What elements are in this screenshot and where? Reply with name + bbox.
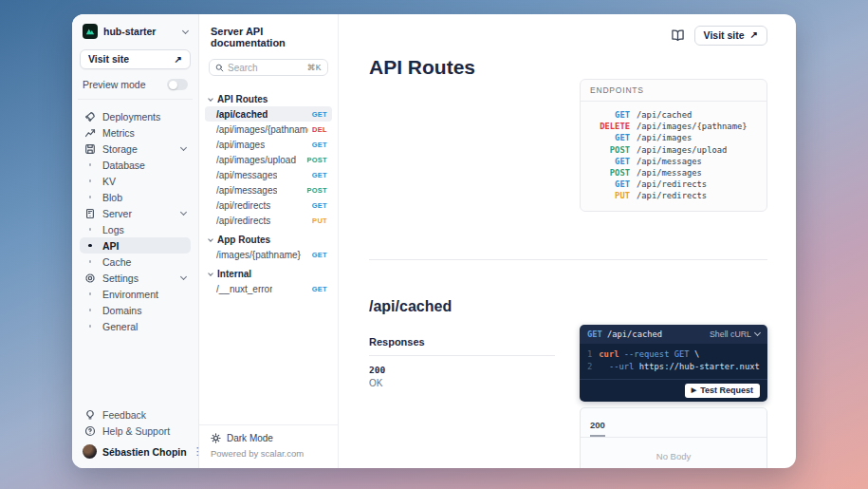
sun-icon — [211, 433, 221, 443]
question-circle-icon — [84, 425, 96, 437]
responses-label: Responses — [369, 336, 555, 356]
sidebar-item-database[interactable]: Database — [80, 157, 191, 173]
route-api-images-upload-post[interactable]: /api/images/upload POST — [205, 152, 332, 167]
section-label: App Routes — [217, 235, 270, 245]
request-path: /api/cached — [607, 329, 710, 339]
visit-site-label: Visit site — [704, 29, 745, 41]
search-icon — [215, 64, 224, 72]
sidebar-item-logs[interactable]: Logs — [80, 221, 191, 237]
help-support-button[interactable]: Help & Support — [80, 423, 191, 439]
sidebar-item-settings[interactable]: Settings — [80, 270, 191, 286]
bullet-icon — [84, 244, 96, 248]
sidebar: hub-starter Visit site ↗ Preview mode De… — [72, 14, 199, 468]
endpoint-row[interactable]: GET/api/cached — [590, 109, 757, 121]
route-api-messages-post[interactable]: /api/messages POST — [205, 182, 332, 197]
endpoint-row[interactable]: PUT/api/redirects — [590, 190, 757, 201]
method-badge: GET — [312, 171, 327, 179]
api-docs-panel: Server API documentation ⌘K API Routes /… — [199, 14, 339, 468]
sidebar-item-storage[interactable]: Storage — [80, 141, 191, 157]
code-snippet: 1curl --request GET \ 2 --url https://hu… — [580, 344, 767, 379]
endpoints-card-title: ENDPOINTS — [581, 80, 766, 102]
user-name: Sébastien Chopin — [102, 446, 187, 458]
visit-site-button[interactable]: Visit site ↗ — [80, 49, 191, 69]
docs-panel-title: Server API documentation — [199, 14, 338, 57]
feedback-button[interactable]: Feedback — [80, 406, 191, 423]
method-badge: GET — [312, 251, 327, 259]
sidebar-item-label: Deployments — [102, 111, 186, 122]
avatar — [83, 444, 97, 459]
response-status-text: OK — [369, 378, 555, 388]
user-profile[interactable]: Sébastien Chopin ⋮ — [80, 444, 191, 459]
bullet-icon — [84, 228, 96, 231]
powered-by-link[interactable]: Powered by scalar.com — [211, 448, 326, 459]
search-box[interactable]: ⌘K — [209, 59, 328, 76]
endpoint-row[interactable]: GET/api/messages — [590, 156, 757, 167]
sidebar-item-label: Settings — [102, 273, 175, 284]
sidebar-item-label: Storage — [102, 143, 175, 155]
endpoints-list: GET/api/cached DELETE/api/images/{pathna… — [581, 102, 766, 211]
route-api-images-pathname-del[interactable]: /api/images/{pathname} DEL — [205, 122, 332, 137]
request-card-header: GET /api/cached Shell cURL — [580, 325, 767, 344]
method-badge: GET — [312, 110, 327, 119]
sidebar-item-metrics[interactable]: Metrics — [80, 124, 191, 141]
sidebar-item-label: Cache — [102, 256, 186, 268]
route-api-images-get[interactable]: /api/images GET — [205, 137, 332, 152]
chart-icon — [84, 127, 96, 139]
endpoint-row[interactable]: POST/api/messages — [590, 167, 757, 179]
chevron-down-icon — [208, 236, 213, 242]
dark-mode-toggle[interactable]: Dark Mode — [211, 433, 326, 443]
method-badge: DEL — [312, 125, 327, 134]
endpoint-row[interactable]: POST/api/images/upload — [590, 144, 757, 156]
sidebar-item-label: Logs — [102, 224, 186, 235]
sidebar-item-kv[interactable]: KV — [80, 173, 191, 189]
endpoint-row[interactable]: GET/api/redirects — [590, 179, 757, 190]
test-request-button[interactable]: ▶ Test Request — [685, 384, 760, 398]
sidebar-item-domains[interactable]: Domains — [80, 302, 191, 318]
preview-mode-toggle[interactable] — [167, 79, 188, 90]
route-api-redirects-put[interactable]: /api/redirects PUT — [205, 213, 332, 228]
dark-mode-label: Dark Mode — [227, 433, 273, 443]
sidebar-item-cache[interactable]: Cache — [80, 254, 191, 270]
sidebar-item-label: Server — [102, 208, 175, 219]
sidebar-item-api[interactable]: API — [80, 237, 191, 254]
workspace-switcher[interactable]: hub-starter — [80, 22, 191, 41]
sidebar-item-environment[interactable]: Environment — [80, 286, 191, 302]
preview-mode-row: Preview mode — [80, 79, 191, 90]
client-selector[interactable]: Shell cURL — [710, 329, 760, 339]
section-internal[interactable]: Internal — [209, 266, 328, 281]
sidebar-item-label: Database — [102, 160, 186, 171]
api-routes-section: API Routes ENDPOINTS GET/api/cached DELE… — [369, 45, 767, 212]
bullet-icon — [84, 179, 96, 182]
sidebar-item-blob[interactable]: Blob — [80, 189, 191, 205]
gear-icon — [84, 273, 96, 284]
endpoint-row[interactable]: GET/api/images — [590, 132, 757, 143]
sidebar-item-label: API — [102, 240, 186, 252]
route-api-redirects-get[interactable]: /api/redirects GET — [205, 197, 332, 213]
search-input[interactable] — [228, 63, 304, 73]
endpoint-row[interactable]: DELETE/api/images/{pathname} — [590, 121, 757, 132]
app-window: hub-starter Visit site ↗ Preview mode De… — [72, 14, 796, 468]
visit-site-button-top[interactable]: Visit site ↗ — [694, 26, 767, 46]
request-example-card: GET /api/cached Shell cURL 1curl --reque… — [580, 325, 767, 402]
book-icon[interactable] — [671, 28, 685, 43]
route-images-pathname-get[interactable]: /images/{pathname} GET — [205, 247, 332, 262]
request-method: GET — [587, 329, 602, 339]
route-api-cached-get[interactable]: /api/cached GET — [205, 106, 332, 122]
section-label: API Routes — [217, 94, 268, 104]
response-tabs: 200 — [581, 408, 766, 438]
bullet-icon — [84, 196, 96, 198]
sidebar-item-server[interactable]: Server — [80, 205, 191, 221]
bullet-icon — [84, 309, 96, 311]
route-api-messages-get[interactable]: /api/messages GET — [205, 167, 332, 182]
sidebar-item-deployments[interactable]: Deployments — [80, 108, 191, 124]
help-support-label: Help & Support — [102, 425, 170, 437]
response-tab-200[interactable]: 200 — [590, 420, 605, 437]
route-nuxt-error-get[interactable]: /__nuxt_error GET — [205, 281, 332, 296]
code-line: 1curl --request GET \ — [587, 348, 760, 361]
sidebar-nav: Deployments Metrics Storage Database KV — [80, 108, 191, 334]
section-api-routes[interactable]: API Routes — [209, 91, 328, 106]
arrow-up-right-icon: ↗ — [750, 29, 758, 40]
sidebar-item-label: KV — [102, 176, 186, 187]
section-app-routes[interactable]: App Routes — [209, 232, 328, 247]
sidebar-item-general[interactable]: General — [80, 318, 191, 334]
